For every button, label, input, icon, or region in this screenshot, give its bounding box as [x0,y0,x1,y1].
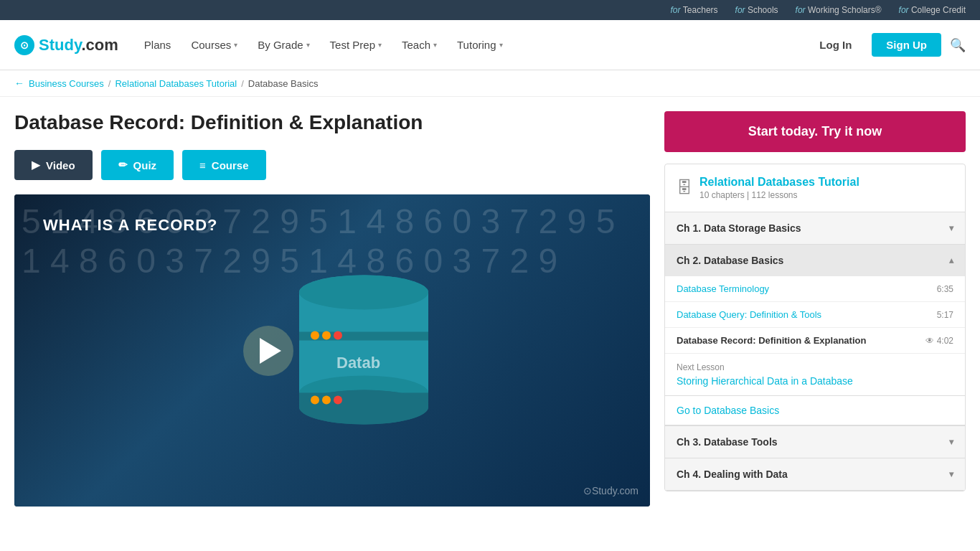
college-credit-link[interactable]: for College Credit [899,5,966,15]
go-to-database-basics-link[interactable]: Go to Database Basics [677,405,779,416]
quiz-button[interactable]: ✏ Quiz [101,150,174,180]
back-arrow-icon: ← [14,77,24,89]
tutorial-title: Relational Databases Tutorial [699,176,859,189]
svg-point-12 [322,395,331,404]
cta-button[interactable]: Start today. Try it now [664,111,966,152]
breadcrumb-sep1: / [108,78,111,89]
chapter-3: Ch 3. Database Tools ▾ [665,426,965,458]
tutorial-card: 🗄 Relational Databases Tutorial 10 chapt… [664,164,966,491]
nav-links: Plans Courses ▾ By Grade ▾ Test Prep ▾ T… [136,33,808,57]
play-triangle-icon [260,338,281,364]
logo-icon: ⊙ [14,35,34,55]
page-content: Database Record: Definition & Explanatio… [0,97,980,521]
next-lesson-section: Next Lesson Storing Hierarchical Data in… [665,354,965,396]
breadcrumb-sep2: / [241,78,244,89]
next-lesson-link[interactable]: Storing Hierarchical Data in a Database [677,375,853,387]
lesson-terminology-link[interactable]: Database Terminology [677,283,769,294]
lesson-query-link[interactable]: Database Query: Definition & Tools [677,309,821,320]
chapter-4-label: Ch 4. Dealing with Data [677,468,788,480]
page-title: Database Record: Definition & Explanatio… [14,111,650,134]
chapter-4-arrow-icon: ▾ [949,469,953,479]
nav-tutoring[interactable]: Tutoring ▾ [448,33,511,57]
test-prep-chevron: ▾ [378,41,382,49]
svg-point-10 [334,331,342,339]
nav-actions: Log In Sign Up 🔍 [808,33,966,57]
course-button[interactable]: ≡ Course [182,150,265,180]
breadcrumb-tutorial[interactable]: Relational Databases Tutorial [115,78,237,89]
lesson-database-record: Database Record: Definition & Explanatio… [665,328,965,354]
svg-point-11 [311,395,319,404]
tutorial-meta: 10 chapters | 112 lessons [699,190,859,200]
login-button[interactable]: Log In [808,33,863,57]
eye-icon: 👁 [925,336,934,346]
chapter-2: Ch 2. Database Basics ▴ Database Termino… [665,245,965,426]
action-buttons: ▶ Video ✏ Quiz ≡ Course [14,150,650,180]
pencil-icon: ✏ [118,159,128,171]
search-button[interactable]: 🔍 [950,37,966,53]
svg-text:Datab: Datab [336,353,380,371]
lesson-query-duration: 5:17 [937,310,953,320]
top-bar: for Teachers for Schools for Working Sch… [0,0,980,20]
chapter-2-label: Ch 2. Database Basics [677,255,783,266]
signup-button[interactable]: Sign Up [872,33,941,57]
chapter-4: Ch 4. Dealing with Data ▾ [665,458,965,491]
nav-teach[interactable]: Teach ▾ [393,33,446,57]
lesson-record-current: Database Record: Definition & Explanatio… [677,335,866,346]
svg-point-2 [299,275,428,309]
chapter-1-header[interactable]: Ch 1. Data Storage Basics ▾ [665,212,965,244]
video-icon: ▶ [32,159,40,171]
video-player[interactable]: 5 1 4 8 6 0 3 7 2 9 5 1 4 8 6 0 3 7 2 9 … [14,194,650,507]
breadcrumb-business-courses[interactable]: Business Courses [29,78,104,89]
teachers-link[interactable]: for Teachers [671,5,718,15]
svg-point-7 [299,390,428,424]
svg-point-9 [322,331,331,339]
svg-point-8 [311,331,319,339]
courses-chevron: ▾ [234,41,237,49]
teach-chevron: ▾ [433,41,437,49]
lesson-record-duration: 👁 4:02 [925,336,953,346]
working-scholars-link[interactable]: for Working Scholars® [796,5,882,15]
study-watermark: ⊙Study.com [583,485,639,496]
chapter-2-arrow-icon: ▴ [949,255,953,265]
lesson-terminology-duration: 6:35 [937,284,953,294]
nav-test-prep[interactable]: Test Prep ▾ [321,33,390,57]
chapter-1-arrow-icon: ▾ [949,223,953,233]
next-lesson-label: Next Lesson [677,362,953,372]
video-button[interactable]: ▶ Video [14,150,93,180]
go-to-database-basics: Go to Database Basics [665,396,965,425]
nav-plans[interactable]: Plans [136,33,180,57]
play-button[interactable] [243,326,293,376]
svg-point-13 [334,395,342,404]
nav-courses[interactable]: Courses ▾ [182,33,246,57]
lesson-database-terminology: Database Terminology 6:35 [665,276,965,302]
database-cylinder: Datab [285,249,443,452]
tutorial-icon: 🗄 [677,179,692,197]
tutoring-chevron: ▾ [499,41,503,49]
logo[interactable]: ⊙ Study.com [14,35,118,55]
chapter-3-label: Ch 3. Database Tools [677,436,778,448]
nav-by-grade[interactable]: By Grade ▾ [249,33,318,57]
chapter-3-header[interactable]: Ch 3. Database Tools ▾ [665,426,965,458]
video-title-text: WHAT IS A RECORD? [43,216,218,235]
breadcrumb-current: Database Basics [248,78,319,89]
schools-link[interactable]: for Schools [735,5,778,15]
main-nav: ⊙ Study.com Plans Courses ▾ By Grade ▾ T… [0,20,980,70]
chapter-2-header[interactable]: Ch 2. Database Basics ▴ [665,245,965,276]
chapter-1-label: Ch 1. Data Storage Basics [677,222,801,234]
sidebar-right: Start today. Try it now 🗄 Relational Dat… [664,111,966,507]
chapter-4-header[interactable]: Ch 4. Dealing with Data ▾ [665,458,965,490]
chapter-3-arrow-icon: ▾ [949,437,953,447]
tutorial-header: 🗄 Relational Databases Tutorial 10 chapt… [665,164,965,212]
lesson-database-query: Database Query: Definition & Tools 5:17 [665,302,965,328]
list-icon: ≡ [199,159,206,171]
logo-text: Study.com [39,36,118,55]
by-grade-chevron: ▾ [306,41,310,49]
chapter-1: Ch 1. Data Storage Basics ▾ [665,212,965,245]
video-background: 5 1 4 8 6 0 3 7 2 9 5 1 4 8 6 0 3 7 2 9 … [14,194,650,507]
breadcrumb: ← Business Courses / Relational Database… [0,70,980,97]
main-left: Database Record: Definition & Explanatio… [14,111,650,507]
